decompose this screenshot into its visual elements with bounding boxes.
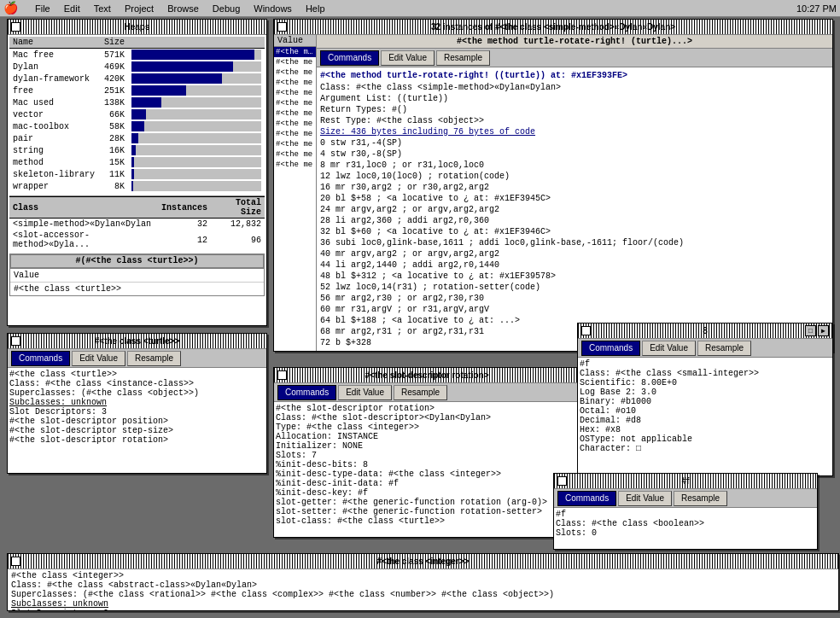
- n8-c5: Octal: #o10: [580, 406, 831, 416]
- instance-item[interactable]: #<the me: [274, 57, 316, 67]
- class-table: Class Instances Total Size <simple-metho…: [9, 196, 265, 250]
- apple-menu[interactable]: 🍎: [3, 1, 18, 15]
- instance-item[interactable]: #<the me: [274, 160, 316, 170]
- n8-c3: Log Base 2: 3.0: [580, 388, 831, 397]
- instance-item[interactable]: #<the me: [274, 139, 316, 149]
- code-line: 24 mr argv,arg2 ; or argv,arg2,arg2: [320, 204, 829, 215]
- instance-item[interactable]: #<the me: [274, 108, 316, 119]
- number8-resample-btn[interactable]: Resample: [697, 341, 751, 356]
- class-name: <simple-method>«Dylan«Dylan: [9, 219, 158, 230]
- boolean-titlebar[interactable]: #f: [554, 474, 817, 489]
- turtle-content-5[interactable]: #<the slot-descriptor position>: [9, 417, 265, 426]
- slot-titlebar[interactable]: #<the slot-descriptor rotation>: [274, 368, 580, 383]
- value-content[interactable]: #<the class <turtle>>: [14, 284, 121, 294]
- slot-editvalue-btn[interactable]: Edit Value: [338, 385, 392, 400]
- boolean-close-btn[interactable]: [557, 476, 567, 486]
- heap-row[interactable]: mac-toolbox58K: [9, 120, 265, 132]
- sub-window: #(#<the class <turtle>>) Value #<the cla…: [9, 254, 265, 296]
- number8-close-btn[interactable]: [581, 326, 591, 335]
- menu-help[interactable]: Help: [299, 3, 332, 14]
- n8-c8: OSType: not applicable: [580, 434, 831, 444]
- number8-zoom-btn[interactable]: □: [805, 325, 816, 336]
- class-instances: 12: [158, 230, 211, 250]
- slot-resample-btn[interactable]: Resample: [394, 385, 447, 400]
- instance-item[interactable]: #<the me: [274, 67, 316, 78]
- heap-bar: [128, 180, 265, 192]
- turtle-content-6[interactable]: #<the slot-descriptor step-size>: [9, 426, 265, 435]
- class-row[interactable]: <slot-accessor-method>«Dyla...1296: [9, 230, 265, 250]
- boolean-commands-btn[interactable]: Commands: [557, 491, 616, 506]
- menu-windows[interactable]: Windows: [247, 3, 299, 14]
- menu-text[interactable]: Text: [87, 3, 118, 14]
- instance-item[interactable]: #<the me: [274, 149, 316, 160]
- heap-row[interactable]: string16K: [9, 144, 265, 156]
- heap-row[interactable]: vector66K: [9, 108, 265, 120]
- heap-row[interactable]: Mac used138K: [9, 96, 265, 108]
- number8-commands-btn[interactable]: Commands: [581, 341, 640, 356]
- boolean-editvalue-btn[interactable]: Edit Value: [618, 491, 672, 506]
- turtle-editvalue-btn[interactable]: Edit Value: [72, 351, 125, 366]
- method-commands-btn[interactable]: Commands: [320, 50, 379, 66]
- heap-size: 251K: [100, 85, 128, 96]
- instance-item[interactable]: #<the me: [274, 98, 316, 108]
- instances-titlebar[interactable]: 32 instances of #<the class <simple-meth…: [274, 20, 832, 35]
- menu-debug[interactable]: Debug: [206, 3, 247, 14]
- boolean-resample-btn[interactable]: Resample: [674, 491, 727, 506]
- method-resample-btn[interactable]: Resample: [436, 50, 490, 66]
- int-c0: #<the class <integer>>: [11, 571, 835, 580]
- turtle-close-btn[interactable]: [11, 336, 20, 346]
- turtle-titlebar[interactable]: #<the class <turtle>>: [8, 334, 266, 349]
- instance-item[interactable]: #<the me: [274, 78, 316, 88]
- menu-browse[interactable]: Browse: [160, 3, 206, 14]
- heap-bar: [128, 85, 265, 96]
- number8-grow-btn[interactable]: ▶: [818, 325, 829, 336]
- code-line: 48 bl $+312 ; <a locative to ¿ at: #x1EF…: [320, 271, 829, 282]
- instance-item[interactable]: #<the me: [274, 119, 316, 129]
- col-total: Total Size: [211, 197, 265, 219]
- heap-row[interactable]: free251K: [9, 85, 265, 96]
- heap-size: 15K: [100, 156, 128, 168]
- heap-row[interactable]: wrapper8K: [9, 180, 265, 192]
- turtle-resample-btn[interactable]: Resample: [127, 351, 181, 366]
- heap-row[interactable]: method15K: [9, 156, 265, 168]
- heaps-close-btn[interactable]: [11, 22, 20, 32]
- heaps-titlebar[interactable]: Heaps: [8, 20, 266, 35]
- heap-name: pair: [9, 132, 100, 144]
- slot-commands-btn[interactable]: Commands: [277, 385, 336, 400]
- turtle-title: #<the class <turtle>>: [8, 336, 266, 346]
- code-line: 0 stw r31,-4(SP): [320, 137, 829, 149]
- heap-row[interactable]: dylan-framework420K: [9, 73, 265, 85]
- class-row[interactable]: <simple-method>«Dylan«Dylan3212,832: [9, 219, 265, 230]
- integer-close-btn[interactable]: [11, 557, 20, 566]
- turtle-content-3: Subclasses: unknown: [9, 398, 265, 407]
- heap-row[interactable]: pair28K: [9, 132, 265, 144]
- slot-c7: %init-desc-type-data: #<the class <integ…: [276, 469, 578, 479]
- heap-name: mac-toolbox: [9, 120, 100, 132]
- n8-c7: Hex: #x8: [580, 425, 831, 434]
- heap-row[interactable]: Dylan469K: [9, 61, 265, 73]
- integer-titlebar[interactable]: #<the class <integer>>: [8, 554, 838, 569]
- instances-close-btn[interactable]: [277, 22, 287, 32]
- heap-row[interactable]: skeleton-library11K: [9, 168, 265, 180]
- number8-editvalue-btn[interactable]: Edit Value: [642, 341, 696, 356]
- int-c3: Subclasses: unknown: [11, 599, 835, 609]
- code-line: 16 mr r30,arg2 ; or r30,arg2,arg2: [320, 182, 829, 193]
- menu-edit[interactable]: Edit: [57, 3, 87, 14]
- turtle-content-4: Slot Descriptors: 3: [9, 407, 265, 417]
- slot-c10: slot-getter: #<the generic-function rota…: [276, 498, 578, 507]
- slot-close-btn[interactable]: [277, 370, 287, 380]
- menu-project[interactable]: Project: [118, 3, 160, 14]
- number8-titlebar[interactable]: 8 □ ▶: [578, 324, 832, 339]
- code-line: 36 subi loc0,glink-base,1611 ; addi loc0…: [320, 237, 829, 248]
- n8-c2: Scientific: 8.00E+0: [580, 378, 831, 388]
- instance-item[interactable]: #<the me: [274, 88, 316, 98]
- turtle-commands-btn[interactable]: Commands: [11, 351, 70, 366]
- instance-item[interactable]: #<the method turtle-rotate-right! ((turt…: [274, 47, 316, 57]
- method-editvalue-btn[interactable]: Edit Value: [381, 50, 435, 66]
- menu-file[interactable]: File: [28, 3, 57, 14]
- heap-row[interactable]: Mac free571K: [9, 49, 265, 61]
- instance-item[interactable]: #<the me: [274, 129, 316, 139]
- turtle-content-0: #<the class <turtle>>: [9, 370, 265, 379]
- n8-c0: #f: [580, 359, 831, 369]
- turtle-content-7[interactable]: #<the slot-descriptor rotation>: [9, 435, 265, 445]
